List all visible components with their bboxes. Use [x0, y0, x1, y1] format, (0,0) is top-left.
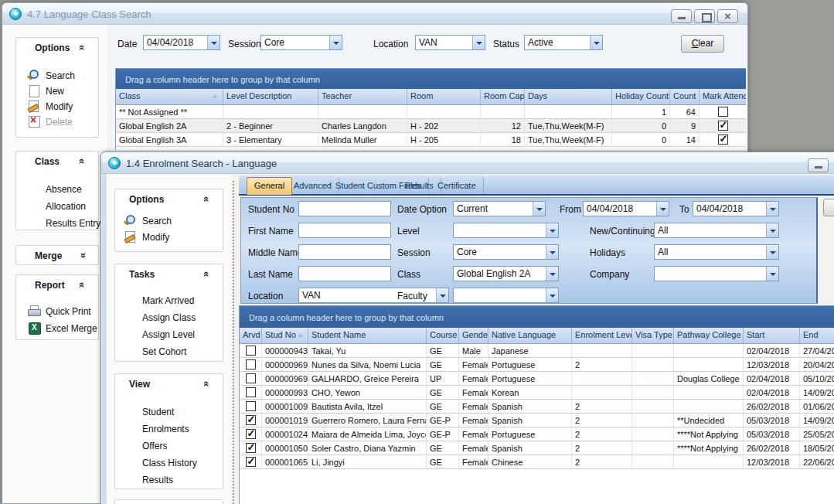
column-header-visa-type[interactable]: Visa Type [632, 328, 674, 344]
row-checkbox[interactable] [718, 135, 728, 145]
row-checkbox[interactable] [246, 346, 256, 356]
table-row[interactable]: 0000009932CHO, YewonGEFemaleKorean02/04/… [240, 386, 834, 400]
sidebar-item-search[interactable]: Search [142, 214, 172, 228]
column-header-mark-attendar[interactable]: Mark Attendar [700, 89, 746, 105]
sidebar-item-mark-arrived[interactable]: Mark Arrived [142, 294, 194, 308]
panel-merge-header[interactable]: Merge [16, 246, 98, 266]
holidays-combo[interactable]: All [654, 244, 779, 260]
chevron-down-icon[interactable] [546, 288, 558, 302]
level-combo[interactable] [453, 223, 559, 238]
panel-view-header[interactable]: View [115, 374, 223, 394]
sidebar-item-delete[interactable]: Delete [46, 115, 73, 129]
sidebar-item-results[interactable]: Results [142, 473, 173, 487]
chevron-down-icon[interactable] [533, 202, 545, 216]
column-header-arvd[interactable]: Arvd [240, 328, 262, 344]
sidebar-item-quick-print[interactable]: Quick Print [46, 305, 91, 318]
column-header-student-name[interactable]: Student Name [308, 328, 427, 344]
collapse-chevron-icon[interactable] [204, 193, 215, 204]
chevron-down-icon[interactable] [766, 223, 778, 237]
chevron-down-icon[interactable] [656, 202, 669, 216]
row-checkbox[interactable] [246, 457, 256, 467]
restore-button[interactable] [694, 9, 715, 23]
column-header-room-capacity[interactable]: Room Capacity [481, 89, 525, 105]
close-button[interactable] [717, 9, 738, 23]
minimize-button[interactable] [808, 158, 829, 172]
clear-button[interactable]: Clear [681, 35, 724, 53]
group-by-band[interactable]: Drag a column header here to group by th… [240, 306, 834, 328]
row-checkbox[interactable] [246, 443, 256, 453]
column-header-enrolment-level[interactable]: Enrolment Level [572, 328, 632, 344]
new-continuing-combo[interactable]: All [654, 223, 779, 238]
row-checkbox[interactable] [718, 107, 728, 117]
student-no-input[interactable] [298, 201, 391, 216]
table-row[interactable]: ** Not Assigned **164 [116, 105, 746, 119]
chevron-down-icon[interactable] [436, 288, 448, 302]
row-checkbox[interactable] [246, 429, 256, 439]
sidebar-item-assign-class[interactable]: Assign Class [142, 311, 196, 325]
column-header-end[interactable]: End [800, 328, 834, 344]
chevron-down-icon[interactable] [590, 36, 602, 49]
collapse-chevron-icon[interactable] [80, 279, 90, 290]
panel-options-header[interactable]: Options [115, 189, 223, 209]
titlebar[interactable]: 4.7 Language Class Search [2, 3, 747, 25]
sidebar-item-assign-level[interactable]: Assign Level [142, 328, 195, 342]
row-checkbox[interactable] [246, 401, 256, 411]
sidebar-item-results-entry[interactable]: Results Entry [46, 216, 100, 230]
panel-class-header[interactable]: Class [16, 152, 98, 172]
column-header-teacher[interactable]: Teacher [318, 89, 407, 105]
chevron-down-icon[interactable] [766, 245, 778, 259]
panel-tasks-header[interactable]: Tasks [115, 264, 223, 284]
table-row[interactable]: 0000009696GALHARDO, Greice PereiraUPFema… [240, 372, 834, 386]
chevron-down-icon[interactable] [766, 202, 778, 216]
chevron-down-icon[interactable] [546, 245, 558, 259]
column-header-pathway-college[interactable]: Pathway College [674, 328, 744, 344]
collapse-chevron-icon[interactable] [204, 378, 215, 389]
sidebar-item-enrolments[interactable]: Enrolments [142, 422, 189, 436]
location-combo[interactable]: VAN [415, 35, 485, 50]
collapse-chevron-icon[interactable] [80, 42, 90, 53]
table-row[interactable]: 0000009693Nunes da Silva, Noemi LuciaGEF… [240, 358, 834, 372]
session-combo[interactable]: Core [453, 244, 559, 260]
sidebar-item-absence[interactable]: Absence [46, 182, 82, 196]
sidebar-item-student[interactable]: Student [142, 405, 174, 419]
class-combo[interactable]: Global English 2A [453, 266, 559, 281]
table-row[interactable]: 0000010199Guerrero Romero, Laura FernaGE… [240, 414, 834, 427]
sidebar-splitter[interactable] [232, 180, 236, 504]
status-combo[interactable]: Active [524, 35, 603, 50]
column-header-class[interactable]: Class [116, 89, 223, 105]
chevron-down-icon[interactable] [546, 223, 558, 237]
row-checkbox[interactable] [246, 415, 256, 425]
faculty-combo[interactable] [453, 288, 559, 303]
clear-button-partial[interactable] [823, 199, 834, 216]
date-option-combo[interactable]: Current [453, 201, 546, 216]
minimize-button[interactable] [671, 9, 692, 23]
chevron-down-icon[interactable] [329, 36, 342, 49]
group-by-band[interactable]: Drag a column header here to group by th… [116, 69, 746, 89]
sidebar-item-set-cohort[interactable]: Set Cohort [142, 345, 186, 359]
sidebar-item-offers[interactable]: Offers [142, 439, 167, 453]
row-checkbox[interactable] [246, 359, 256, 369]
column-header-level-description[interactable]: Level Description [223, 89, 318, 105]
sidebar-item-allocation[interactable]: Allocation [46, 199, 86, 213]
first-name-input[interactable] [298, 223, 391, 238]
sidebar-item-modify[interactable]: Modify [46, 100, 73, 114]
chevron-down-icon[interactable] [766, 267, 778, 281]
column-header-holiday-count[interactable]: Holiday Count [612, 89, 670, 105]
tab-general[interactable]: General [247, 177, 292, 195]
column-header-native-language[interactable]: Native Language [488, 328, 572, 344]
row-checkbox[interactable] [246, 387, 256, 397]
panel-options-header[interactable]: Options [16, 38, 98, 58]
chevron-down-icon[interactable] [207, 36, 220, 49]
last-name-input[interactable] [298, 266, 391, 281]
middle-name-input[interactable] [298, 244, 391, 260]
column-header-gender[interactable]: Gender [459, 328, 488, 344]
tab-certificate[interactable]: Certificate [431, 178, 484, 194]
sidebar-item-excel-merge[interactable]: Excel Merge [46, 322, 97, 335]
column-header-room[interactable]: Room [407, 89, 481, 105]
row-checkbox[interactable] [718, 121, 728, 131]
column-header-stud-no[interactable]: Stud No [262, 328, 308, 344]
date-combo[interactable]: 04/04/2018 [143, 35, 220, 50]
collapse-chevron-icon[interactable] [80, 155, 90, 166]
chevron-down-icon[interactable] [546, 267, 558, 281]
table-row[interactable]: 0000010244Maiara de Almeida Lima, JoyceG… [240, 427, 834, 441]
